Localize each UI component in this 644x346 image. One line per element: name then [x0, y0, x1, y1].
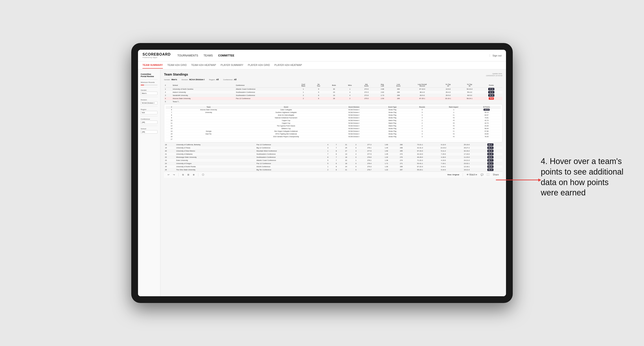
main-content: CommitteePortal Review Minimum Rounds Ge…: [138, 69, 506, 296]
redo-button[interactable]: ↪: [172, 173, 176, 176]
annotation-text: 4. Hover over a team's points to see add…: [541, 156, 626, 198]
expanded-row[interactable]: 16 2023 Sahalee Players Championship NCA…: [166, 135, 501, 138]
panel-header: Team Standings Update time: 13/03/2024 1…: [164, 73, 502, 77]
expanded-row[interactable]: 15 East Tec OFCC Fighting Illini Invitat…: [166, 133, 501, 135]
panel-title: Team Standings: [164, 73, 188, 76]
col-wins: Wins: [342, 83, 358, 88]
table-row[interactable]: 26 The Ohio State University Big Ten Con…: [164, 168, 502, 172]
expanded-row[interactable]: 14 Georgia Ben Hogan Collegiate Invitati…: [166, 130, 501, 133]
table-row[interactable]: 20 University of New Mexico Mountain Wes…: [164, 150, 502, 153]
arrow-line: [496, 179, 541, 180]
filter-division: Division: NCAA Division I: [182, 78, 204, 81]
tab-player-summary[interactable]: PLAYER SUMMARY: [220, 62, 244, 69]
fullscreen-button[interactable]: ⛶: [486, 173, 490, 176]
table-row[interactable]: 1 University of North Carolina Atlantic …: [164, 88, 502, 91]
col-conf-rank: ConfRank: [295, 83, 311, 88]
table-row[interactable]: 23 Duke University Atlantic Coast Confer…: [164, 159, 502, 162]
min-rounds-slider[interactable]: [141, 85, 158, 85]
region-label: Region: [141, 108, 158, 111]
watch-button[interactable]: 👁 Watch ▾: [466, 173, 478, 176]
col-bnds: Bnds: [326, 83, 342, 88]
inner-app: CommitteePortal Review Minimum Rounds Ge…: [138, 69, 506, 296]
division-select[interactable]: NCAA Division I: [141, 101, 158, 105]
table-row[interactable]: 25 University of North Florida ASUN Conf…: [164, 165, 502, 168]
table-row-highlighted[interactable]: 4 Arizona State University Pac-12 Confer…: [164, 97, 502, 100]
col-avg-low: Avg.Low: [375, 83, 390, 88]
top-nav: SCOREBOARD Powered by clippd TOURNAMENTS…: [138, 50, 506, 61]
col-tour: NoTour: [311, 83, 326, 88]
col-adj-score: Adj.Score: [358, 83, 375, 88]
school-label: School: [141, 128, 158, 130]
col-low-score: LowScore: [390, 83, 407, 88]
table-row[interactable]: 19 University of Texas Big 12 Conference…: [164, 146, 502, 150]
lower-standings-table: 18 University of California, Berkeley Pa…: [164, 143, 502, 172]
sidebar-title: CommitteePortal Review: [141, 73, 158, 78]
col-points: Points: [480, 83, 502, 88]
filter-region: Region: All: [209, 78, 218, 81]
school-select[interactable]: (All): [141, 130, 158, 134]
expanded-row[interactable]: 10 Copper Cup NCAA Division I Match Play…: [166, 119, 501, 122]
gender-label: Gender: [141, 89, 158, 91]
tab-team-summary[interactable]: TEAM SUMMARY: [142, 62, 163, 69]
expanded-row[interactable]: 7 University Southern Highlands Collegia…: [166, 111, 501, 114]
region-select[interactable]: N/A: [141, 111, 158, 114]
expanded-row[interactable]: 9 National Invitational Tournament NCAA …: [166, 117, 501, 119]
gender-select[interactable]: Men's: [141, 92, 158, 95]
table-row[interactable]: 24 University of Oregon Pac-12 Conferenc…: [164, 162, 502, 165]
app-logo-sub: Powered by clippd: [142, 56, 171, 58]
sidebar: CommitteePortal Review Minimum Rounds Ge…: [138, 69, 160, 296]
tablet-screen: SCOREBOARD Powered by clippd TOURNAMENTS…: [138, 50, 506, 296]
expanded-row[interactable]: 6 Arizona State University Caber Collegi…: [166, 108, 501, 111]
tab-team-h2h-grid[interactable]: TEAM H2H GRID: [168, 62, 187, 69]
filter-row: Gender: Men's Division: NCAA Division I …: [164, 78, 502, 81]
col-rank: #: [164, 83, 172, 88]
tablet-shell: SCOREBOARD Powered by clippd TOURNAMENTS…: [131, 43, 513, 303]
filter-conference: Conference: All: [223, 78, 236, 81]
conference-select[interactable]: (All): [141, 121, 158, 124]
copy-button[interactable]: ⧉: [181, 173, 185, 176]
table-row[interactable]: 18 University of California, Berkeley Pa…: [164, 143, 502, 146]
min-rounds-label: Minimum Rounds: [141, 81, 158, 83]
table-row[interactable]: 5 Texas T...: [164, 100, 502, 103]
col-school: School: [172, 83, 235, 88]
nav-links: TOURNAMENTS TEAMS COMMITTEE: [178, 53, 490, 58]
undo-button[interactable]: ↩: [167, 173, 170, 176]
standings-table: # School Conference ConfRank NoTour Bnds…: [164, 83, 502, 103]
tab-player-h2h-heatmap[interactable]: PLAYER H2H HEATMAP: [274, 62, 302, 69]
toolbar-sep-3: [463, 173, 463, 176]
col-vs50: Vs Top50: [459, 83, 480, 88]
expanded-row[interactable]: 12 The Cypress Point Classic NCAA Divisi…: [166, 125, 501, 127]
table-row[interactable]: 3 Vanderbilt University Southeastern Con…: [164, 94, 502, 97]
nav-tournaments[interactable]: TOURNAMENTS: [178, 53, 198, 58]
table-row[interactable]: 22 Mississippi State University Southeas…: [164, 156, 502, 159]
sub-nav: TEAM SUMMARY TEAM H2H GRID TEAM H2H HEAT…: [138, 61, 506, 69]
app-logo: SCOREBOARD: [142, 52, 171, 56]
conference-label: Conference: [141, 118, 158, 120]
col-vs25: Vs Top25: [437, 83, 459, 88]
table-row[interactable]: 2 Auburn University Southeastern Confere…: [164, 91, 502, 94]
sign-out[interactable]: Sign out: [490, 54, 502, 57]
info-button[interactable]: ⓘ: [201, 173, 205, 177]
tab-team-h2h-heatmap[interactable]: TEAM H2H HEATMAP: [191, 62, 216, 69]
expanded-tooltip: # Team Event Event Division Event Type R…: [164, 104, 502, 142]
table-row[interactable]: 21 University of Alabama Southeastern Co…: [164, 153, 502, 156]
arrow-container: [496, 179, 541, 180]
nav-teams[interactable]: TEAMS: [204, 53, 213, 58]
expanded-row[interactable]: 17: [166, 138, 501, 141]
col-overall: Low OverallRecord: [407, 83, 437, 88]
logo-area: SCOREBOARD Powered by clippd: [142, 52, 171, 58]
comment-button[interactable]: 💬: [480, 173, 484, 176]
grid-button[interactable]: ⊞: [186, 173, 190, 176]
share-button[interactable]: Share: [492, 173, 500, 176]
add-button[interactable]: ⊕: [192, 173, 196, 176]
tab-player-h2h-grid[interactable]: PLAYER H2H GRID: [248, 62, 270, 69]
expanded-row[interactable]: 13 Williams Cup NCAA Division I Stroke P…: [166, 127, 501, 130]
nav-committee[interactable]: COMMITTEE: [218, 53, 234, 58]
expanded-table: # Team Event Event Division Event Type R…: [166, 106, 501, 141]
col-conference: Conference: [235, 83, 295, 88]
toolbar-right: View: Original 👁 Watch ▾ 💬 ⛶ Share: [446, 173, 500, 176]
expanded-row[interactable]: 11 Copper Cup NCAA Division I Match Play…: [166, 122, 501, 125]
expanded-row[interactable]: 8 Amer An Intercollegiate NCAA Division …: [166, 114, 501, 117]
update-time: Update time: 13/03/2024 10:03:42: [486, 73, 502, 77]
view-original-button[interactable]: View: Original: [446, 173, 460, 176]
